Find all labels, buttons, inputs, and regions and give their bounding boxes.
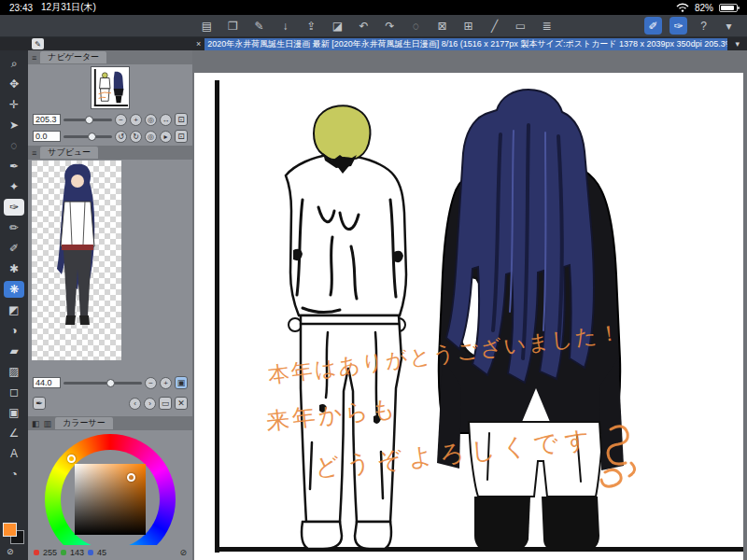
rotate-value[interactable]: 0.0 (33, 131, 61, 142)
rotate-right-button[interactable]: ↻ (130, 131, 142, 143)
pen-tool[interactable]: ✑ (4, 199, 24, 216)
eraser-icon[interactable]: ◪ (329, 17, 346, 35)
fill-tool[interactable]: ▰ (4, 343, 24, 359)
brush-tool[interactable]: ✐ (4, 240, 24, 257)
wifi-icon (676, 3, 689, 12)
brush-preset-button[interactable]: ▣ (175, 376, 188, 389)
operation-tool[interactable]: ➤ (4, 117, 24, 133)
color-slider-icon[interactable]: ▥ (44, 419, 52, 428)
layers-icon[interactable]: ≣ (538, 17, 556, 35)
ruler-tool[interactable]: ∠ (4, 425, 24, 441)
rotate-reset-button[interactable]: ◎ (145, 131, 157, 143)
sv-selector[interactable] (127, 473, 135, 482)
save-icon[interactable]: ↓ (276, 17, 294, 35)
airbrush-tool[interactable]: ✱ (4, 260, 24, 277)
green-dot-icon (61, 550, 66, 555)
canvas-area[interactable]: 本年はありがとうございました！ 来年からも どうぞよろしくです (192, 50, 747, 560)
move-tool[interactable]: ✛ (4, 96, 24, 113)
navigator-preview[interactable] (28, 64, 192, 111)
subview-next-button[interactable]: › (144, 398, 156, 410)
undo-icon[interactable]: ↶ (355, 17, 373, 35)
text-tool[interactable]: A (4, 445, 24, 462)
battery-icon (719, 4, 738, 12)
crop-icon[interactable]: ⊞ (459, 17, 477, 35)
tab-close-icon[interactable]: × (196, 39, 201, 49)
zoom-reset-button[interactable]: ◎ (145, 114, 157, 126)
rotate-slider[interactable] (63, 135, 112, 138)
navigator-thumbnail (91, 66, 130, 109)
panel-column: ≡ ナビゲーター 205.3 − + ◎ ↔ ⊡ (28, 50, 192, 560)
toolbar-collapse-icon[interactable]: ▾ (720, 17, 738, 35)
color-panel-title[interactable]: カラーサー (55, 417, 113, 429)
green-value: 143 (70, 548, 84, 557)
brush-size-value[interactable]: 44.0 (33, 377, 61, 388)
tool-switch-icon[interactable]: ❐ (224, 17, 242, 35)
hue-selector[interactable] (67, 455, 76, 463)
navigator-menu-icon[interactable]: ≡ (32, 53, 36, 63)
lasso-tool[interactable]: ◌ (4, 137, 24, 154)
brush-size-plus-button[interactable]: + (160, 377, 172, 389)
auto-select-tool[interactable]: ✦ (4, 178, 24, 195)
deselect-icon[interactable]: ⊠ (433, 17, 451, 35)
export-icon[interactable]: ⇪ (303, 17, 320, 35)
help-icon[interactable]: ? (695, 17, 712, 35)
command-bar: ▤ ❐ ✎ ↓ ⇪ ◪ ↶ ↷ ◌ ⊠ ⊞ ╱ ▭ ≣ ✐ ✑ ? ▾ (0, 15, 747, 37)
figure-tool[interactable]: ◻ (4, 384, 24, 400)
fit-screen-button[interactable]: ⊡ (175, 113, 188, 126)
subview-title[interactable]: サブビュー (40, 147, 98, 159)
redo-icon[interactable]: ↷ (381, 17, 399, 35)
hand-tool[interactable]: ✥ (4, 76, 24, 92)
tab-chevron-down-icon[interactable]: ▾ (735, 39, 740, 49)
brush-size-minus-button[interactable]: − (145, 377, 157, 389)
subview-trash-icon[interactable]: ✕ (175, 397, 188, 410)
rotate-fit-button[interactable]: ⊡ (175, 130, 188, 143)
brush-size-slider[interactable] (63, 382, 142, 385)
zoom-tool[interactable]: ⌕ (4, 55, 24, 72)
blue-dot-icon (88, 550, 93, 555)
pencil-tool[interactable]: ✏ (4, 219, 24, 236)
rotate-step-button[interactable]: ▸ (160, 131, 172, 143)
subview-folder-icon[interactable]: ▭ (159, 397, 172, 410)
subview-image[interactable] (32, 161, 121, 360)
eraser-tool[interactable]: ◩ (4, 301, 24, 318)
color-wheel-area (28, 430, 192, 545)
app-window: 23:43 12月31日(木) 82% ▤ ❐ ✎ ↓ ⇪ ◪ ↶ ↷ ◌ ⊠ … (0, 0, 747, 560)
select-area-icon[interactable]: ◌ (407, 17, 425, 35)
shape-icon[interactable]: ▭ (512, 17, 529, 35)
navigator-title[interactable]: ナビゲーター (40, 51, 106, 63)
decoration-tool[interactable]: ❋ (4, 281, 24, 298)
clock: 23:43 (9, 3, 33, 13)
transparent-color-icon[interactable]: ⊘ (7, 547, 14, 556)
flip-horizontal-button[interactable]: ↔ (160, 114, 172, 126)
transparent-color-button[interactable]: ⊘ (179, 548, 187, 557)
document-tab-title[interactable]: 2020年永井荷風誕生日漫画 最新 [2020年永井荷風誕生日漫画] 8/16 … (204, 38, 727, 50)
artwork: 本年はありがとうございました！ 来年からも どうぞよろしくです (192, 50, 747, 560)
subview-eyedropper-icon[interactable]: ✒ (33, 397, 46, 410)
gradient-tool[interactable]: ▨ (4, 363, 24, 380)
color-wheel-icon[interactable]: ◧ (32, 419, 40, 428)
zoom-in-button[interactable]: + (130, 114, 142, 126)
selection-pen-tool[interactable]: ✒ (4, 158, 24, 175)
main-color-swatch[interactable] (3, 523, 17, 537)
saturation-value-square[interactable] (75, 464, 146, 535)
subview-reference-character (32, 161, 121, 360)
subview-menu-icon[interactable]: ≡ (32, 148, 36, 158)
document-tab-bar: ✎ × 2020年永井荷風誕生日漫画 最新 [2020年永井荷風誕生日漫画] 8… (0, 37, 747, 50)
subview-prev-button[interactable]: ‹ (129, 398, 141, 410)
menu-icon[interactable]: ▤ (198, 17, 216, 35)
frame-tool[interactable]: ▣ (4, 404, 24, 421)
workspace-pen-icon[interactable]: ✎ (32, 38, 44, 49)
blend-tool[interactable]: ◑ (4, 322, 24, 339)
rotate-left-button[interactable]: ↺ (115, 131, 127, 143)
zoom-slider[interactable] (63, 119, 112, 121)
eyedropper-tool[interactable]: ◔ (4, 466, 24, 483)
rgb-readout: 255 143 45 ⊘ (28, 545, 192, 560)
zoom-out-button[interactable]: − (115, 114, 127, 126)
line-icon[interactable]: ╱ (486, 17, 503, 35)
pen-pressure-icon[interactable]: ✐ (644, 17, 662, 35)
subview-nav-row: ✒ ‹ › ▭ ✕ (28, 396, 192, 411)
edit-canvas-icon[interactable]: ✎ (250, 17, 268, 35)
stabilizer-icon[interactable]: ✑ (669, 17, 687, 35)
navigator-header: ≡ ナビゲーター (28, 50, 192, 64)
zoom-value[interactable]: 205.3 (33, 114, 61, 125)
